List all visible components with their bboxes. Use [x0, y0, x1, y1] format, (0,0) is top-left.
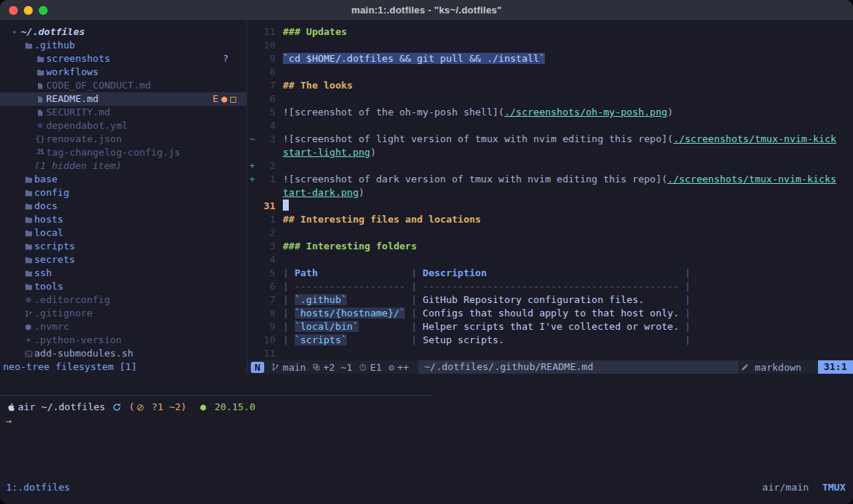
folder-icon — [22, 176, 34, 184]
tree-item-config[interactable]: config — [0, 186, 246, 200]
tree-item-code-of-conduct.md[interactable]: CODE_OF_CONDUCT.md — [0, 79, 246, 92]
git-branch-icon — [271, 363, 280, 371]
tree-item-label: dependabot.yml — [46, 119, 128, 133]
zoom-button[interactable] — [39, 6, 48, 15]
tree-item-workflows[interactable]: workflows — [0, 66, 246, 79]
line-number: 10 — [255, 334, 275, 347]
gutter-sign — [247, 334, 255, 347]
editor-line[interactable]: 31 — [247, 200, 853, 213]
tmux-badge: TMUX — [822, 480, 846, 495]
editor-line[interactable]: 9`cd $HOME/.dotfiles && git pull && ./in… — [247, 52, 853, 66]
line-number: 1 — [255, 173, 275, 186]
line-text: `cd $HOME/.dotfiles && git pull && ./ins… — [283, 52, 545, 66]
tree-item-local[interactable]: local — [0, 226, 246, 240]
editor-line[interactable]: 3### Interesting folders — [247, 240, 853, 253]
line-number: 9 — [255, 320, 275, 334]
editor-line[interactable]: 8| `hosts/{hostname}/` | Configs that sh… — [247, 307, 853, 320]
gutter-sign — [247, 226, 255, 240]
gutter-sign — [247, 52, 255, 66]
tree-item-.gitignore[interactable]: .gitignore — [0, 307, 246, 320]
tmux-session-label: air/main — [762, 480, 809, 495]
tree-item-renovate.json[interactable]: {}renovate.json — [0, 133, 246, 146]
line-number: 8 — [255, 307, 275, 320]
tmux-pane-divider[interactable] — [0, 395, 432, 396]
shell-host: air — [18, 401, 35, 414]
editor-line[interactable]: 4 — [247, 253, 853, 267]
line-number — [255, 146, 275, 159]
tree-item-.editorconfig[interactable]: ⚙.editorconfig — [0, 293, 246, 307]
editor-line[interactable]: 6| ------------------- | ---------------… — [247, 280, 853, 293]
tree-item-security.md[interactable]: SECURITY.md — [0, 106, 246, 119]
tree-item-readme.md[interactable]: README.mdE●□ — [0, 92, 246, 106]
document-icon — [34, 95, 46, 103]
tree-item--.dotfiles[interactable]: ▸~/.dotfiles — [0, 25, 246, 39]
editor-line[interactable]: +1![screenshot of dark version of tmux w… — [247, 173, 853, 186]
editor-line[interactable]: 11 — [247, 347, 853, 360]
editor-line[interactable]: 10 — [247, 39, 853, 52]
line-number: 11 — [255, 347, 275, 360]
tree-item-tag-changelog-config.js[interactable]: JStag-changelog-config.js — [0, 146, 246, 159]
editor-line[interactable]: 2 — [247, 226, 853, 240]
editor-line[interactable]: 7## The looks — [247, 79, 853, 92]
tree-item-.github[interactable]: .github — [0, 39, 246, 52]
editor-line[interactable]: 6 — [247, 92, 853, 106]
editor-line[interactable]: 5![screenshot of the oh-my-posh shell](.… — [247, 106, 853, 119]
tree-item-label: scripts — [34, 240, 75, 253]
editor-line[interactable]: tart-dark.png) — [247, 186, 853, 200]
tree-item-base[interactable]: base — [0, 173, 246, 186]
tree-item-docs[interactable]: docs — [0, 200, 246, 213]
editor-line[interactable]: 9| `local/bin` | Helper scripts that I'v… — [247, 320, 853, 334]
tree-item-tools[interactable]: tools — [0, 280, 246, 293]
editor-line[interactable]: ~3![screenshot of light version of tmux … — [247, 133, 853, 146]
gutter-sign — [247, 39, 255, 52]
git-dirty-icon — [136, 403, 144, 412]
line-number: 5 — [255, 267, 275, 280]
editor-line[interactable]: 7| `.github` | GitHub Repository configu… — [247, 293, 853, 307]
line-text: | Path | Description | — [283, 267, 691, 280]
tree-item-label: base — [34, 173, 57, 186]
editor-panel[interactable]: 11### Updates109`cd $HOME/.dotfiles && g… — [247, 21, 853, 360]
terminal-window: main:1:.dotfiles - "ks~/.dotfiles" ▸~/.d… — [0, 0, 853, 504]
file-path: ~/.dotfiles/.github/README.md — [418, 360, 738, 374]
gutter-sign — [247, 200, 255, 213]
line-number: 5 — [255, 106, 275, 119]
editor-line[interactable]: 1## Interesting files and locations — [247, 213, 853, 226]
editor-line[interactable]: start-light.png) — [247, 146, 853, 159]
line-number: 3 — [255, 133, 275, 146]
editor-line[interactable]: 8 — [247, 66, 853, 79]
tree-item-scripts[interactable]: scripts — [0, 240, 246, 253]
tree-item-secrets[interactable]: secrets — [0, 253, 246, 267]
tree-item-screenshots[interactable]: screenshots? — [0, 52, 246, 66]
document-icon — [34, 109, 46, 117]
shell-prompt-char[interactable]: → — [6, 415, 12, 428]
tree-item-.nvmrc[interactable]: .nvmrc — [0, 320, 246, 334]
tree-item-dependabot.yml[interactable]: ⊙dependabot.yml — [0, 119, 246, 133]
tree-item-.python-version[interactable]: ∗.python-version — [0, 334, 246, 347]
gutter-sign — [247, 92, 255, 106]
node-version: 20.15.0 — [214, 401, 255, 414]
tree-item-ssh[interactable]: ssh — [0, 267, 246, 280]
editor-line[interactable]: 5| Path | Description | — [247, 267, 853, 280]
gear-icon: ⚙ — [22, 293, 34, 307]
editor-line[interactable]: +2 — [247, 159, 853, 173]
folder-icon — [22, 229, 34, 237]
tree-item-add-submodules.sh[interactable]: add-submodules.sh — [0, 347, 246, 360]
folder-icon — [22, 269, 34, 278]
window-title: main:1:.dotfiles - "ks~/.dotfiles" — [0, 4, 853, 16]
filetype-label: markdown — [755, 362, 802, 373]
tree-item-label: screenshots — [46, 52, 110, 66]
statusline: N main +2 ~1 E1 ⚙ ++ ~/.dotfiles/.github… — [247, 360, 853, 374]
editor-line[interactable]: 10| `scripts` | Setup scripts. | — [247, 334, 853, 347]
minimize-button[interactable] — [24, 6, 33, 15]
tree-item-hosts[interactable]: hosts — [0, 213, 246, 226]
statusline-left: N main +2 ~1 E1 ⚙ ++ — [251, 362, 409, 373]
tmux-window-label[interactable]: 1:.dotfiles — [6, 480, 70, 495]
editor-line[interactable]: 4 — [247, 119, 853, 133]
js-icon: JS — [34, 146, 46, 159]
folder-icon — [34, 55, 46, 63]
gutter-sign — [247, 79, 255, 92]
tree-item--1-hidden-item-[interactable]: (1 hidden item) — [0, 159, 246, 173]
close-button[interactable] — [9, 6, 18, 15]
editor-line[interactable]: 11### Updates — [247, 25, 853, 39]
tree-item-label: hosts — [34, 213, 63, 226]
